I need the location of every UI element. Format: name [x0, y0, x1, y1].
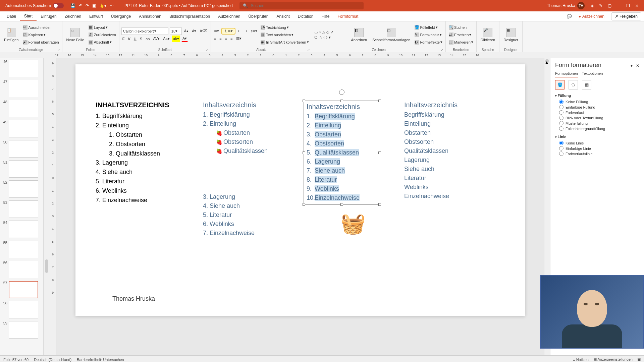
format-painter-button[interactable]: 🖌Format übertragen — [22, 39, 60, 46]
font-size-combo[interactable]: 18 ▾ — [170, 27, 182, 35]
strike-button[interactable]: ab — [145, 36, 151, 42]
ruler-horizontal[interactable]: 1716151413121110987654321012345678910111… — [0, 52, 644, 58]
list-item[interactable]: Siehe auch — [404, 165, 485, 174]
thumb-50[interactable]: 50 — [1, 140, 42, 158]
tab-datei[interactable]: Datei — [3, 11, 20, 21]
resize-handle[interactable] — [303, 100, 305, 102]
accessibility-status[interactable]: Barrierefreiheit: Untersuchen — [77, 358, 124, 362]
effects-tab-icon[interactable]: ⬠ — [569, 80, 578, 89]
list-item[interactable]: 6. Weblinks — [96, 186, 190, 196]
fill-radio[interactable]: Musterfüllung — [559, 121, 639, 125]
launcher-icon[interactable]: ⤢ — [441, 48, 443, 52]
fill-radio[interactable]: Einfarbige Füllung — [559, 105, 639, 109]
list-item[interactable]: 1. Begriffsklärung — [203, 110, 290, 119]
line-radio[interactable]: Einfarbige Linie — [559, 146, 639, 150]
list-item[interactable]: Lagerung — [404, 156, 485, 165]
columns-button[interactable]: ▥▾ — [235, 35, 243, 42]
textbox-toc3-selected[interactable]: Inhaltsverzeichnis 1.Begriffsklärung2.Ei… — [304, 101, 380, 205]
thumb-55[interactable]: 55 — [1, 241, 42, 258]
slide-editor[interactable]: INHALTSVERZEICHNIS 1. Begriffsklärung2. … — [56, 58, 544, 355]
thumb-47[interactable]: 47 — [1, 80, 42, 97]
autosave-toggle[interactable]: Automatisches Speichern — [3, 3, 66, 8]
font-name-combo[interactable]: Calibri (Textkörper) ▾ — [121, 27, 168, 35]
resize-handle[interactable] — [340, 203, 343, 206]
thumbs-scrollbar[interactable] — [44, 58, 50, 355]
ruler-vertical[interactable]: 9876543210123456789 — [50, 58, 56, 355]
list-item[interactable]: Qualitätsklassen — [404, 146, 485, 156]
smartart-button[interactable]: ◉In SmartArt konvertieren ▾ — [260, 39, 310, 46]
reset-button[interactable]: ↺Zurücksetzen — [88, 32, 117, 38]
notes-button[interactable]: ≡ Notizen — [573, 358, 589, 362]
pen-icon[interactable]: ✎ — [596, 3, 605, 8]
designer-button[interactable]: ▦Designer — [501, 22, 520, 47]
diamond-icon[interactable]: ◈ — [588, 3, 596, 8]
spacing-button[interactable]: AV▾ — [152, 36, 161, 42]
thumb-58[interactable]: 58 — [1, 301, 42, 318]
tab-bildschirm[interactable]: Bildschirmpräsentation — [165, 11, 214, 21]
undo-icon[interactable]: ↶ — [79, 3, 82, 8]
list-item[interactable]: 2.Einteilung — [307, 121, 377, 130]
minimize-icon[interactable]: — — [617, 3, 621, 8]
align-center-button[interactable]: ≡ — [218, 35, 222, 42]
justify-button[interactable]: ≡ — [229, 35, 233, 42]
shadow-button[interactable]: S — [139, 36, 143, 42]
quick-styles-button[interactable]: ▢Schnellformat-vorlagen — [370, 22, 412, 47]
numbering-button[interactable]: ⒈≣▾ — [221, 28, 235, 35]
list-item[interactable]: 7. Einzelnachweise — [203, 229, 290, 238]
fill-radio[interactable]: Bild- oder Texturfüllung — [559, 116, 639, 120]
thumb-57[interactable]: 57 — [1, 281, 42, 298]
rotate-handle[interactable] — [339, 89, 344, 95]
maximize-icon[interactable]: ❐ — [626, 3, 630, 8]
present-icon[interactable]: ▣ — [92, 3, 96, 8]
list-item[interactable]: 2. Einteilung — [96, 121, 190, 130]
underline-button[interactable]: U — [133, 36, 138, 42]
shape-effects-button[interactable]: ◐Formeffekte ▾ — [414, 39, 443, 46]
highlight-button[interactable]: ab▾ — [172, 36, 180, 42]
textbox-toc2[interactable]: Inhaltsverzeichnis 1. Begriffsklärung2. … — [203, 101, 290, 238]
ribbon-mode-icon[interactable]: ▢ — [608, 3, 611, 8]
copy-button[interactable]: ⿻Kopieren ▾ — [22, 32, 60, 38]
list-item[interactable]: 1.Begriffsklärung — [307, 112, 377, 121]
resize-handle[interactable] — [303, 152, 305, 154]
list-item[interactable]: Obstsorten — [404, 137, 485, 146]
text-direction-button[interactable]: ↕ATextrichtung ▾ — [260, 24, 310, 31]
line-radio[interactable]: Keine Linie — [559, 141, 639, 145]
record-button[interactable]: ● Aufzeichnen — [575, 13, 608, 20]
line-spacing-button[interactable]: ↕≣▾ — [250, 28, 259, 35]
tab-hilfe[interactable]: Hilfe — [317, 11, 333, 21]
fill-radio[interactable]: Folienhintergrundfüllung — [559, 126, 639, 131]
thumb-53[interactable]: 53 — [1, 200, 42, 218]
new-slide-button[interactable]: ▭Neue Folie — [64, 22, 86, 47]
fill-section-header[interactable]: Füllung — [555, 94, 639, 98]
list-item[interactable]: 4. Siehe auch — [96, 168, 190, 177]
list-item[interactable]: Weblinks — [404, 183, 485, 192]
font-color-button[interactable]: A▾ — [181, 36, 188, 42]
thumb-49[interactable]: 49 — [1, 120, 42, 137]
size-tab-icon[interactable]: ▦ — [582, 80, 591, 89]
tab-zeichnen[interactable]: Zeichnen — [61, 11, 85, 21]
save-icon[interactable]: 💾 — [70, 3, 75, 8]
tab-textoptionen[interactable]: Textoptionen — [582, 71, 603, 77]
tab-start[interactable]: Start — [20, 11, 37, 21]
slide-canvas[interactable]: INHALTSVERZEICHNIS 1. Begriffsklärung2. … — [75, 64, 525, 316]
slide-counter[interactable]: Folie 57 von 60 — [3, 358, 29, 362]
list-item[interactable]: 3. Qualitätsklassen — [109, 149, 190, 159]
more-icon[interactable]: ⋯ — [110, 3, 114, 8]
list-item[interactable]: Begriffsklärung — [404, 110, 485, 119]
resize-handle[interactable] — [303, 203, 305, 206]
normal-view-icon[interactable]: ▣ — [637, 357, 641, 362]
dictate-button[interactable]: 🎤Diktieren — [479, 22, 497, 47]
list-item[interactable]: 5. Literatur — [96, 177, 190, 186]
list-item[interactable]: 1. Obstarten — [109, 130, 190, 140]
case-button[interactable]: Aa▾ — [162, 36, 170, 42]
list-item[interactable]: 6.Lagerung — [307, 157, 377, 166]
replace-button[interactable]: ⇄Ersetzen ▾ — [448, 32, 474, 38]
launcher-icon[interactable]: ⤢ — [307, 48, 310, 52]
thumb-51[interactable]: 51 — [1, 160, 42, 178]
list-item[interactable]: Einzelnachweise — [404, 192, 485, 201]
language-status[interactable]: Deutsch (Deutschland) — [34, 358, 71, 362]
toggle-icon[interactable] — [53, 3, 64, 8]
bullets-button[interactable]: ≣▾ — [213, 28, 220, 35]
resize-handle[interactable] — [378, 152, 381, 154]
list-item[interactable]: 3. Lagerung — [96, 158, 190, 168]
